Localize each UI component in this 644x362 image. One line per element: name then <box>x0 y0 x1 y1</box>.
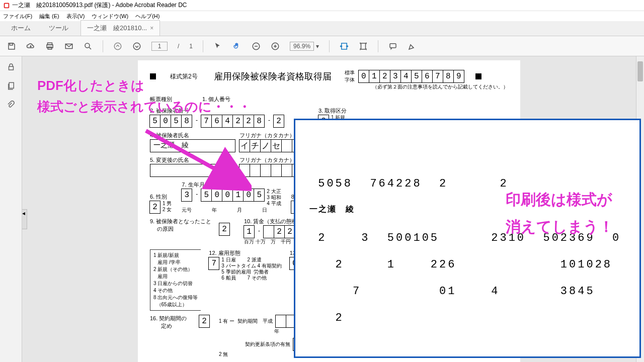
digit-cell: 7 <box>432 70 443 83</box>
pointer-icon[interactable] <box>213 42 222 51</box>
hand-icon[interactable] <box>232 42 242 51</box>
digit-cell: 8 <box>443 70 454 83</box>
page-down-icon[interactable] <box>132 42 141 51</box>
mail-icon[interactable] <box>64 42 73 51</box>
pdf-app-icon <box>3 2 10 9</box>
digit-cell: 5 <box>411 70 422 83</box>
tab-bar: ホーム ツール 一之瀬 綾201810... × <box>0 21 644 36</box>
menu-window[interactable]: ウィンドウ(W) <box>92 13 128 20</box>
svg-rect-15 <box>9 66 13 70</box>
s7-era-options: 2 大正 3 昭和 4 平成 <box>267 189 281 207</box>
zoom-in-icon[interactable] <box>271 42 280 51</box>
digit-cell <box>263 225 274 238</box>
comment-icon[interactable] <box>388 42 397 51</box>
digit-cell: 3 <box>390 70 401 83</box>
digit-cell: セ <box>271 139 282 152</box>
zoom-value[interactable]: 96.9% <box>290 42 314 51</box>
close-icon[interactable]: × <box>150 25 153 32</box>
chevron-down-icon[interactable]: ▾ <box>316 43 319 50</box>
svg-point-7 <box>85 43 90 48</box>
digit-cell: 2 <box>273 115 284 128</box>
sign-icon[interactable] <box>408 42 417 51</box>
svg-rect-12 <box>342 43 347 49</box>
tab-document-label: 一之瀬 綾201810... <box>87 24 147 33</box>
print-icon[interactable] <box>45 42 54 51</box>
annotation-print-note: 印刷後は様式が 消えてしまう！ <box>506 186 614 240</box>
svg-line-17 <box>146 131 242 184</box>
svg-rect-1 <box>5 4 9 7</box>
s12-value: 7 <box>208 257 219 270</box>
digit-cell <box>260 164 271 177</box>
page-number-input[interactable]: 1 <box>151 42 168 51</box>
label-s3: 3. 取得区分 <box>318 107 350 115</box>
attachment-icon[interactable] <box>7 101 16 110</box>
digit-cell: 6 <box>422 70 433 83</box>
side-toolbar <box>0 56 22 362</box>
digit-cell: 2 <box>379 70 390 83</box>
label-s16: 16. 契約期間の 定め <box>150 315 195 330</box>
cloud-icon[interactable] <box>26 42 35 51</box>
tab-document[interactable]: 一之瀬 綾201810... × <box>80 20 160 36</box>
lock-icon[interactable] <box>7 62 16 71</box>
digit-cell: 1 <box>369 70 380 83</box>
digit-cell: 0 <box>358 70 369 83</box>
sample-digits-row: 0123456789 <box>359 70 464 83</box>
menu-bar: ファイル(F) 編集 (E) 表示(V) ウィンドウ(W) ヘルプ(H) <box>0 11 644 21</box>
annotation-arrow <box>141 126 252 191</box>
fit-width-icon[interactable] <box>340 42 349 51</box>
alignment-marker <box>475 73 481 79</box>
digit-cell: ノ <box>260 139 271 152</box>
svg-point-9 <box>133 43 140 50</box>
fit-page-icon[interactable] <box>359 42 368 51</box>
s9-value: 2 <box>219 223 230 236</box>
window-titlebar: 一之瀬 綾201810050913.pdf (保護) - Adobe Acrob… <box>0 0 644 11</box>
printed-row: 2 1 226 101028 <box>309 258 625 271</box>
save-icon[interactable] <box>7 42 16 51</box>
s9-options: 1 新規/新規 雇用 /学卒 2 新規（その他） 雇用 3 日雇からの切替 4 … <box>150 249 201 311</box>
page-up-icon[interactable] <box>113 42 122 51</box>
s6-options: 1 男 2 女 <box>163 201 172 214</box>
tab-home[interactable]: ホーム <box>5 21 37 36</box>
panel-handle[interactable]: ◂ <box>22 209 27 229</box>
s16-period-label: 契約期間 平成 <box>237 318 273 325</box>
s12-options: 1 日雇 2 派遣 3 パートタイム 4 有期契約 5 季節的雇用 労働者 6 … <box>221 257 281 281</box>
digit-cell: 8 <box>254 115 265 128</box>
s16-value: 2 <box>199 315 210 328</box>
scrollbar-thumb[interactable] <box>637 61 643 81</box>
printed-row: 2 <box>309 312 625 324</box>
toolbar: 1 / 1 96.9% ▾ <box>0 36 644 56</box>
s6-value: 2 <box>149 201 160 214</box>
menu-edit[interactable]: 編集 (E) <box>39 13 59 20</box>
search-icon[interactable] <box>84 42 93 51</box>
digit-cell: 2 <box>274 225 285 238</box>
sample-digits-label: 標準 字体 <box>345 69 355 83</box>
svg-rect-13 <box>361 43 366 49</box>
svg-rect-16 <box>9 82 14 88</box>
zoom-out-icon[interactable] <box>252 42 261 51</box>
page-total: 1 <box>189 43 193 50</box>
annotation-pdf-note: PDF化したときは 様式ごと表示されているのに・・・ <box>37 75 251 117</box>
menu-help[interactable]: ヘルプ(H) <box>135 13 159 20</box>
tab-tools[interactable]: ツール <box>43 21 74 36</box>
svg-point-8 <box>114 43 121 50</box>
s7-footer: 元号 年 月 日 <box>182 207 281 214</box>
pages-icon[interactable] <box>7 81 16 90</box>
s16-renew-label: 契約更新条項の有無 <box>245 341 290 348</box>
digit-cell <box>275 315 286 328</box>
page-separator: / <box>178 43 179 50</box>
label-s12: 12. 雇用形態 <box>209 249 281 257</box>
digit-cell: 1 <box>244 225 255 238</box>
menu-file[interactable]: ファイル(F) <box>3 13 32 20</box>
s16-opt1: 1 有 ー <box>219 318 234 325</box>
digit-cell <box>281 164 292 177</box>
window-title: 一之瀬 綾201810050913.pdf (保護) - Adobe Acrob… <box>12 1 187 10</box>
label-s6: 6. 性別 <box>150 193 172 201</box>
svg-rect-2 <box>10 43 13 45</box>
label-s9: 9. 被保険者となったこと の原因 <box>150 218 215 233</box>
digit-cell <box>271 164 282 177</box>
digit-cell: 4 <box>400 70 412 83</box>
menu-view[interactable]: 表示(V) <box>66 13 85 20</box>
svg-rect-14 <box>390 43 396 47</box>
digit-cell: 5 <box>254 189 265 202</box>
digit-cell: 9 <box>453 70 464 83</box>
